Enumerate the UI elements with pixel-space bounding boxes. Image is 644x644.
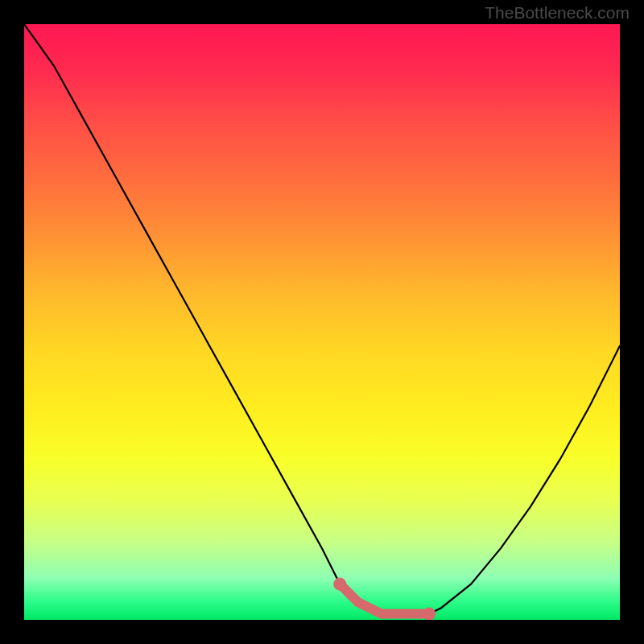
- accent-endpoint-right: [423, 608, 436, 620]
- accent-endpoint-left: [333, 578, 346, 591]
- curve-layer: [24, 24, 620, 620]
- accent-segment: [340, 584, 429, 614]
- watermark-text: TheBottleneck.com: [485, 3, 630, 23]
- plot-area: [24, 24, 620, 620]
- bottleneck-curve: [24, 24, 620, 614]
